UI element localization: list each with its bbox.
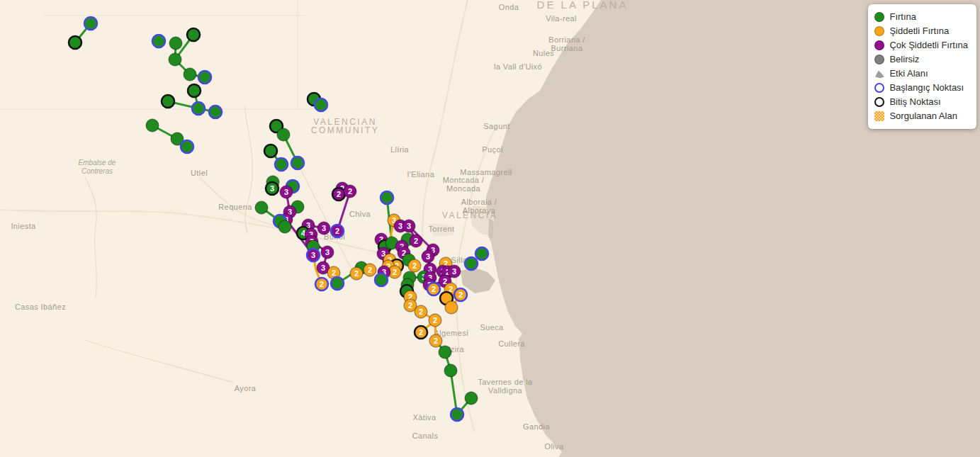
storm-marker[interactable] — [187, 28, 200, 41]
legend-item: Şiddetli Fırtına — [874, 24, 968, 38]
svg-text:2: 2 — [434, 337, 438, 345]
storm-marker[interactable] — [198, 71, 211, 84]
storm-marker[interactable] — [184, 68, 196, 81]
legend-item-label: Etki Alanı — [889, 67, 928, 81]
city-label: Requena — [218, 203, 252, 211]
storm-marker[interactable]: 3 — [422, 250, 434, 263]
city-label: Sueca — [480, 323, 504, 332]
map-canvas[interactable]: DE LA PLANAVALENCIANCOMMUNITYVALENCIAOnd… — [0, 0, 980, 457]
very-severe-storm-dot-icon — [874, 40, 884, 50]
storm-marker[interactable]: 2 — [331, 225, 344, 237]
city-label: Iniesta — [11, 222, 36, 230]
legend-item-label: Şiddetli Fırtına — [889, 24, 949, 38]
storm-marker[interactable] — [162, 95, 174, 108]
legend-item-label: Belirsiz — [889, 52, 919, 67]
legend-item: Belirsiz — [874, 52, 968, 67]
svg-text:3: 3 — [452, 267, 456, 276]
svg-text:3: 3 — [407, 222, 411, 230]
city-label: Montcada /Moncada — [443, 176, 485, 193]
storm-marker[interactable] — [275, 158, 288, 171]
storm-marker[interactable] — [277, 128, 290, 141]
storm-marker[interactable] — [169, 53, 181, 66]
svg-text:2: 2 — [368, 266, 372, 274]
storm-marker[interactable]: 2 — [454, 288, 467, 301]
storm-marker[interactable] — [381, 191, 393, 204]
storm-marker[interactable]: 3 — [402, 220, 415, 232]
storm-marker[interactable]: 2 — [350, 267, 363, 280]
storm-marker[interactable] — [315, 98, 327, 111]
storm-marker[interactable]: 2 — [415, 326, 427, 339]
svg-text:2: 2 — [354, 269, 359, 278]
storm-marker[interactable]: 3 — [280, 186, 293, 198]
storm-marker[interactable]: 2 — [344, 185, 356, 198]
storm-marker[interactable]: 2 — [408, 259, 421, 272]
city-label: Cullera — [498, 339, 525, 348]
storm-marker[interactable] — [375, 273, 388, 286]
storm-marker[interactable]: 2 — [332, 188, 345, 201]
legend-item-label: Bitiş Noktası — [889, 95, 940, 109]
legend-item-label: Başlangıç Noktası — [889, 81, 964, 95]
storm-marker[interactable] — [209, 106, 222, 118]
svg-text:2: 2 — [337, 190, 341, 198]
storm-marker[interactable]: 2 — [364, 264, 376, 276]
legend-item: Bitiş Noktası — [874, 95, 968, 109]
storm-marker[interactable] — [278, 220, 291, 233]
region-label: VALENCIANCOMMUNITY — [311, 117, 380, 135]
legend-item-label: Çok Şiddetli Fırtına — [889, 38, 968, 52]
storm-marker[interactable]: 3 — [317, 222, 330, 235]
storm-marker[interactable] — [439, 346, 451, 359]
city-label: Onda — [499, 3, 519, 11]
storm-marker[interactable] — [255, 201, 268, 214]
city-label: Torrent — [428, 225, 454, 233]
storm-marker[interactable]: 3 — [321, 246, 334, 259]
legend-item: Başlangıç Noktası — [874, 81, 968, 95]
storm-marker[interactable] — [188, 84, 201, 97]
svg-text:2: 2 — [335, 227, 339, 235]
storm-marker[interactable] — [475, 247, 488, 260]
storm-marker[interactable]: 3 — [307, 249, 320, 261]
city-label: Oliva — [544, 442, 564, 451]
city-label: Sagunt — [483, 122, 509, 130]
legend-item: Sorgulanan Alan — [874, 109, 968, 123]
city-label: Chiva — [349, 210, 371, 218]
city-label: Canals — [412, 431, 439, 440]
city-label: Utiel — [191, 169, 208, 177]
storm-marker[interactable] — [152, 35, 165, 47]
svg-text:2: 2 — [332, 269, 336, 277]
city-label: l'Eliana — [407, 170, 435, 179]
storm-marker[interactable] — [84, 17, 97, 30]
storm-marker[interactable] — [444, 364, 457, 377]
city-label: Alboraia /Alboraya — [461, 198, 497, 215]
city-label: Gandia — [523, 422, 550, 431]
storm-marker[interactable]: 2 — [315, 278, 328, 290]
storm-marker[interactable] — [146, 119, 159, 132]
storm-marker[interactable]: 2 — [429, 314, 441, 327]
storm-marker[interactable]: 2 — [410, 235, 422, 247]
storm-marker[interactable] — [192, 102, 205, 115]
legend-item: Etki Alanı — [874, 67, 968, 81]
storm-marker[interactable]: 2 — [415, 305, 427, 318]
svg-text:2: 2 — [393, 268, 397, 276]
svg-text:3: 3 — [322, 224, 326, 232]
storm-marker[interactable] — [169, 37, 182, 50]
svg-text:2: 2 — [432, 285, 436, 293]
storm-marker[interactable]: 3 — [448, 265, 461, 278]
city-label: Puçol — [482, 145, 503, 154]
uncertain-dot-icon — [874, 55, 884, 64]
storm-marker[interactable] — [445, 301, 458, 314]
svg-text:3: 3 — [398, 222, 402, 230]
city-label: Vila-real — [546, 14, 577, 23]
storm-marker[interactable]: 3 — [266, 182, 278, 195]
storm-marker[interactable] — [331, 277, 344, 290]
storm-marker[interactable] — [264, 145, 277, 157]
storm-marker[interactable] — [69, 36, 81, 49]
svg-text:2: 2 — [414, 237, 418, 245]
storm-marker[interactable]: 2 — [429, 334, 442, 347]
storm-marker[interactable] — [465, 257, 478, 270]
storm-marker[interactable]: 2 — [427, 283, 440, 295]
storm-marker[interactable] — [451, 408, 463, 421]
storm-marker[interactable] — [291, 157, 304, 169]
storm-marker[interactable] — [181, 140, 193, 153]
storm-marker[interactable] — [465, 392, 478, 405]
svg-text:3: 3 — [426, 252, 430, 261]
